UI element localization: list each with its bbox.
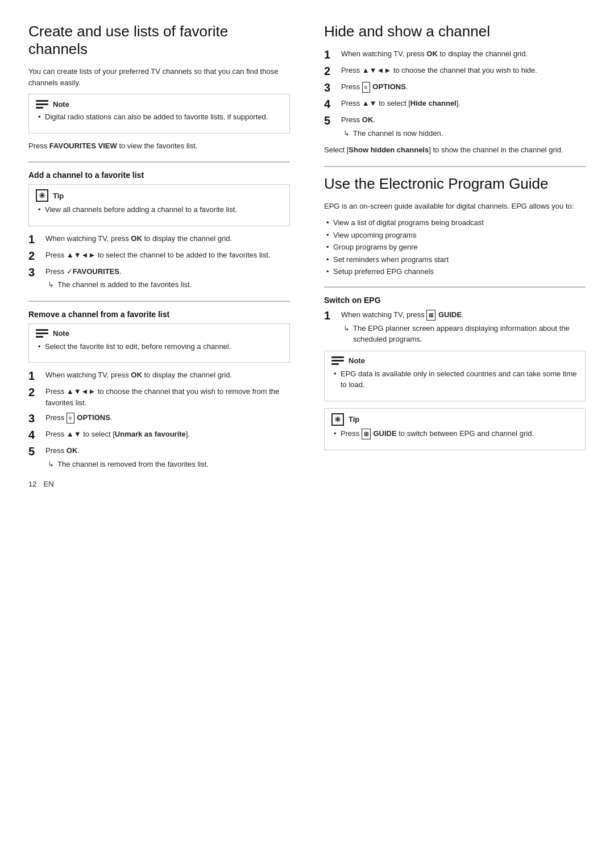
- add-channel-steps: 1 When watching TV, press OK to display …: [28, 233, 290, 290]
- note-item: Digital radio stations can also be added…: [36, 111, 283, 123]
- hide-show-steps: 1 When watching TV, press OK to display …: [324, 48, 586, 139]
- divider-epg-sub: [324, 286, 586, 288]
- remove-step-4: 4 Press ▲▼ to select [Unmark as favourit…: [28, 429, 290, 441]
- remove-step-5: 5 Press OK. ↳ The channel is removed fro…: [28, 445, 290, 470]
- remove-step-2: 2 Press ▲▼◄► to choose the channel that …: [28, 386, 290, 408]
- step-2: 2 Press ▲▼◄► to select the channel to be…: [28, 250, 290, 262]
- note-header: Note: [36, 99, 283, 109]
- note-header-epg: Note: [331, 356, 578, 366]
- epg-title: Use the Electronic Program Guide: [324, 175, 586, 193]
- note-label-remove: Note: [53, 329, 69, 338]
- note-box-remove: Note Select the favorite list to edit, b…: [28, 323, 290, 363]
- epg-bullets: View a list of digital programs being br…: [324, 217, 586, 277]
- epg-bullet-3: Group programs by genre: [324, 242, 586, 253]
- step-3-sub: ↳ The channel is added to the favorites …: [45, 279, 290, 290]
- tip-list-epg: Press ⊞ GUIDE to switch between EPG and …: [331, 428, 578, 439]
- note-icon: [36, 99, 48, 109]
- note-box-epg: Note EPG data is available only in selec…: [324, 351, 586, 401]
- guide-icon: ⊞: [426, 310, 435, 321]
- remove-step-5-sub: ↳ The channel is removed from the favori…: [45, 459, 290, 470]
- step-1: 1 When watching TV, press OK to display …: [28, 233, 290, 246]
- note-header-remove: Note: [36, 329, 283, 339]
- section-add-channel: Add a channel to a favorite list ✳ Tip V…: [28, 171, 290, 290]
- epg-intro: EPG is an on-screen guide available for …: [324, 201, 586, 212]
- note-item-remove: Select the favorite list to edit, before…: [36, 341, 283, 352]
- tip-label-epg: Tip: [349, 415, 359, 423]
- tip-box-add: ✳ Tip View all channels before adding a …: [28, 184, 290, 226]
- press-favourites-text: Press FAVOURITES VIEW to view the favori…: [28, 140, 290, 152]
- guide-icon-tip: ⊞: [362, 429, 371, 439]
- page-number-line: 12 EN: [28, 480, 290, 488]
- epg-bullet-1: View a list of digital programs being br…: [324, 217, 586, 229]
- tip-list: View all channels before adding a channe…: [36, 204, 283, 215]
- section-create-favorites: Create and use lists of favorite channel…: [28, 23, 290, 151]
- epg-step-1: 1 When watching TV, press ⊞ GUIDE. ↳ The…: [324, 309, 586, 345]
- hide-step-1: 1 When watching TV, press OK to display …: [324, 48, 586, 61]
- section-hide-show: Hide and show a channel 1 When watching …: [324, 23, 586, 156]
- tip-label: Tip: [53, 192, 64, 200]
- remove-step-1: 1 When watching TV, press OK to display …: [28, 369, 290, 382]
- divider-2: [28, 301, 290, 302]
- tip-header-epg: ✳ Tip: [331, 413, 578, 426]
- hide-step-2: 2 Press ▲▼◄► to choose the channel that …: [324, 65, 586, 77]
- tip-box-epg: ✳ Tip Press ⊞ GUIDE to switch between EP…: [324, 408, 586, 450]
- hide-show-title: Hide and show a channel: [324, 23, 586, 40]
- tip-item: View all channels before adding a channe…: [36, 204, 283, 215]
- right-column: Hide and show a channel 1 When watching …: [318, 23, 586, 845]
- epg-bullet-5: Setup preferred EPG channels: [324, 266, 586, 277]
- epg-step-1-sub: ↳ The EPG planner screen appears display…: [341, 323, 586, 345]
- show-hidden-text: Select [Show hidden channels] to show th…: [324, 144, 586, 156]
- page-lang: EN: [43, 480, 53, 488]
- show-hidden-bold: Show hidden channels: [349, 146, 429, 154]
- remove-channel-steps: 1 When watching TV, press OK to display …: [28, 369, 290, 470]
- section3-title: Remove a channel from a favorite list: [28, 310, 290, 319]
- note-label: Note: [53, 100, 69, 109]
- divider-1: [28, 161, 290, 163]
- note-list-epg: EPG data is available only in selected c…: [331, 368, 578, 391]
- remove-step-3: 3 Press ≡ OPTIONS.: [28, 412, 290, 425]
- note-list-remove: Select the favorite list to edit, before…: [36, 341, 283, 352]
- switch-on-epg-title: Switch on EPG: [324, 296, 586, 305]
- section-epg: Use the Electronic Program Guide EPG is …: [324, 175, 586, 450]
- page-number: 12: [28, 480, 36, 488]
- note-icon-epg: [331, 356, 344, 366]
- divider-right-1: [324, 166, 586, 167]
- section-remove-channel: Remove a channel from a favorite list No…: [28, 310, 290, 470]
- section1-title: Create and use lists of favorite channel…: [28, 23, 290, 58]
- step-3: 3 Press ✓FAVOURITES. ↳ The channel is ad…: [28, 266, 290, 290]
- hide-step-3: 3 Press ≡ OPTIONS.: [324, 81, 586, 94]
- hide-step-4: 4 Press ▲▼ to select [Hide channel].: [324, 98, 586, 110]
- hide-step-5: 5 Press OK. ↳ The channel is now hidden.: [324, 114, 586, 139]
- note-box-favorites: Note Digital radio stations can also be …: [28, 94, 290, 134]
- favourites-view-kbd: FAVOURITES VIEW: [49, 142, 117, 150]
- epg-steps: 1 When watching TV, press ⊞ GUIDE. ↳ The…: [324, 309, 586, 345]
- epg-bullet-2: View upcoming programs: [324, 230, 586, 241]
- tip-item-epg: Press ⊞ GUIDE to switch between EPG and …: [331, 428, 578, 439]
- note-list: Digital radio stations can also be added…: [36, 111, 283, 123]
- note-icon-remove: [36, 329, 48, 339]
- left-column: Create and use lists of favorite channel…: [28, 23, 296, 845]
- note-label-epg: Note: [349, 356, 365, 365]
- options-icon-2: ≡: [362, 82, 370, 93]
- options-icon: ≡: [67, 413, 74, 423]
- section1-intro: You can create lists of your preferred T…: [28, 66, 290, 88]
- epg-bullet-4: Set reminders when programs start: [324, 254, 586, 265]
- section2-title: Add a channel to a favorite list: [28, 171, 290, 180]
- hide-step-5-sub: ↳ The channel is now hidden.: [341, 128, 586, 139]
- tip-header: ✳ Tip: [36, 189, 283, 202]
- tip-icon: ✳: [36, 189, 48, 202]
- note-item-epg: EPG data is available only in selected c…: [331, 368, 578, 391]
- tip-icon-epg: ✳: [331, 413, 344, 426]
